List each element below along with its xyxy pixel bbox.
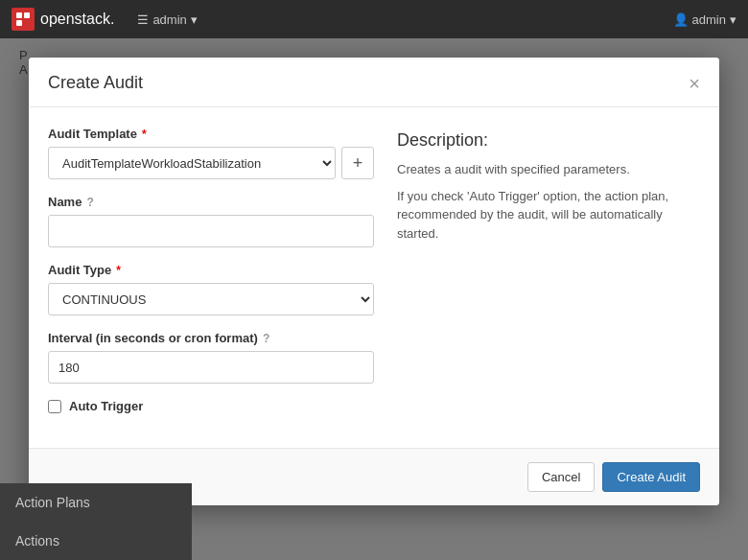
- action-plans-label: Action Plans: [15, 495, 90, 510]
- svg-rect-1: [16, 12, 22, 18]
- nav-admin-arrow-icon: ▾: [191, 12, 198, 27]
- description-line2: If you check 'Auto Trigger' option, the …: [397, 187, 700, 244]
- navbar: openstack. ☰ admin ▾ 👤 admin ▾: [0, 0, 748, 38]
- user-arrow-icon: ▾: [730, 12, 736, 27]
- sidebar-item-action-plans[interactable]: Action Plans: [0, 483, 192, 522]
- name-group: Name ?: [48, 195, 374, 247]
- name-label: Name ?: [48, 195, 374, 209]
- required-star-type: *: [116, 264, 121, 277]
- create-audit-modal: Create Audit × Audit Template * AuditTem…: [29, 58, 719, 505]
- interval-group: Interval (in seconds or cron format) ?: [48, 331, 374, 384]
- audit-type-select[interactable]: CONTINUOUS ONESHOT: [48, 283, 374, 315]
- nav-admin-label: admin: [152, 12, 186, 27]
- nav-admin-menu[interactable]: ☰ admin ▾: [137, 12, 197, 27]
- audit-template-select[interactable]: AuditTemplateWorkloadStabilization: [48, 147, 336, 179]
- description-line1: Creates a audit with specified parameter…: [397, 160, 700, 179]
- name-help-icon: ?: [86, 196, 93, 209]
- audit-type-label: Audit Type *: [48, 263, 374, 277]
- navbar-user-menu[interactable]: 👤 admin ▾: [673, 12, 736, 27]
- page-background: P A Action Plans Actions Create Audit ×: [0, 38, 748, 560]
- description-column: Description: Creates a audit with specif…: [397, 127, 700, 429]
- user-label: admin: [692, 12, 726, 27]
- name-input[interactable]: [48, 215, 374, 247]
- actions-label: Actions: [15, 533, 59, 548]
- svg-rect-3: [16, 20, 22, 26]
- modal-body: Audit Template * AuditTemplateWorkloadSt…: [29, 107, 719, 448]
- interval-help-icon: ?: [263, 332, 269, 345]
- interval-label: Interval (in seconds or cron format) ?: [48, 331, 374, 345]
- sidebar-bottom: Action Plans Actions: [0, 483, 192, 560]
- auto-trigger-label[interactable]: Auto Trigger: [69, 399, 143, 413]
- brand-logo-icon: [12, 8, 35, 31]
- menu-icon: ☰: [137, 12, 149, 27]
- form-column: Audit Template * AuditTemplateWorkloadSt…: [48, 127, 374, 429]
- interval-input[interactable]: [48, 351, 374, 384]
- brand-name: openstack.: [40, 11, 114, 28]
- audit-template-select-wrapper: AuditTemplateWorkloadStabilization +: [48, 147, 374, 179]
- svg-rect-2: [24, 12, 30, 18]
- user-icon: 👤: [673, 12, 689, 27]
- navbar-brand: openstack.: [12, 8, 114, 31]
- modal-close-button[interactable]: ×: [689, 74, 700, 93]
- modal-header: Create Audit ×: [29, 58, 719, 107]
- audit-template-group: Audit Template * AuditTemplateWorkloadSt…: [48, 127, 374, 179]
- svg-rect-0: [12, 8, 35, 31]
- modal-title: Create Audit: [48, 73, 143, 93]
- create-audit-button[interactable]: Create Audit: [602, 462, 700, 492]
- modal-overlay: Create Audit × Audit Template * AuditTem…: [0, 38, 748, 560]
- auto-trigger-checkbox[interactable]: [48, 400, 61, 413]
- audit-template-add-button[interactable]: +: [341, 147, 374, 179]
- audit-type-group: Audit Type * CONTINUOUS ONESHOT: [48, 263, 374, 315]
- required-star-template: *: [142, 128, 147, 141]
- cancel-button[interactable]: Cancel: [527, 462, 595, 492]
- description-title: Description:: [397, 130, 700, 151]
- sidebar-item-actions[interactable]: Actions: [0, 522, 192, 560]
- auto-trigger-group: Auto Trigger: [48, 399, 374, 413]
- navbar-left: openstack. ☰ admin ▾: [12, 8, 198, 31]
- audit-template-label: Audit Template *: [48, 127, 374, 141]
